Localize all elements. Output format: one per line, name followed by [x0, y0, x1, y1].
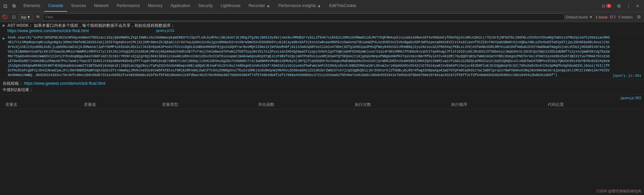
- col-location: 代码位置: [545, 101, 641, 109]
- online-stack-label: 在线程栈：: [3, 81, 23, 86]
- search-result-text: 中搜到2条结果：: [3, 87, 641, 93]
- log-button[interactable]: ⊡: [10, 13, 17, 21]
- more-button[interactable]: ⋮: [625, 3, 633, 9]
- tab-memory[interactable]: Memory: [144, 0, 166, 12]
- ast-hook-text: 如果本窗口内有多个线程，每个线程栈的数据不会共享，初始化线程栈数据库；: [34, 23, 175, 28]
- col-execorder: 执行顺序: [448, 101, 545, 109]
- code-line-ref[interactable]: jquery.js:301: [610, 74, 641, 78]
- more-icon: ⋮: [627, 4, 631, 8]
- default-levels-dropdown[interactable]: Default levels ▼: [566, 15, 593, 19]
- filter-settings-icon[interactable]: ⚙: [635, 13, 643, 21]
- vars-table-ref[interactable]: jquery.js:302: [621, 96, 641, 100]
- top-dropdown-icon: ▼: [27, 15, 31, 19]
- tab-network[interactable]: Network: [90, 0, 113, 12]
- hidden-badge: 5 hidden: [619, 15, 633, 19]
- notification-badge: 1: [606, 4, 611, 8]
- col-varvalue: 变量值: [81, 101, 160, 109]
- filter-bar: 🚫 ⊡ top ▼ 👁 Default levels ▼ 1 Issue: ⊡ …: [0, 12, 644, 22]
- eye-filter-button[interactable]: 👁: [34, 13, 42, 21]
- tab-sources[interactable]: Sources: [67, 0, 90, 12]
- tab-elements[interactable]: Elements: [19, 0, 44, 12]
- tab-recorder[interactable]: Recorder ▲: [245, 0, 274, 12]
- col-varname: 变量名: [3, 101, 81, 109]
- tab-performance[interactable]: Performance: [113, 0, 144, 12]
- toolbar-right-actions: ⊡ 1 ⚙ ⋮ ✕: [600, 3, 643, 9]
- online-stack-section: 在线程栈： https://www.geetest.com/demo/click…: [0, 79, 644, 94]
- vars-table-section: jquery.js:302 变量名 变量值 变量类型 所在函数 执行次数 执行顺…: [0, 94, 644, 112]
- settings-button[interactable]: ⚙: [615, 3, 623, 9]
- tab-lighthouse[interactable]: Lighthouse: [217, 0, 245, 12]
- filter-input[interactable]: [43, 13, 565, 21]
- clear-console-button[interactable]: 🚫: [1, 13, 9, 21]
- ast-hook-ref[interactable]: jquery.js:51: [156, 28, 174, 32]
- tab-editthiscookie[interactable]: EditThisCookie: [325, 0, 360, 12]
- ast-hook-link[interactable]: https://www.geetest.com/demo/click-float…: [7, 28, 89, 33]
- inspect-icon[interactable]: ⊡: [1, 2, 9, 10]
- devtools-toolbar: ⊡ ⧉ Elements Console Sources Network Per…: [0, 0, 644, 12]
- close-button[interactable]: ✕: [634, 3, 641, 9]
- code-text: hook.search("evPUr305SP8bJNlScHPOqyeU0Ws…: [8, 36, 610, 78]
- ast-hook-line: ▶ AST HOOK： 如果本窗口内有多个线程，每个线程栈的数据不会共享，初始化…: [0, 22, 644, 34]
- code-line-arrow-icon: ▶: [3, 36, 5, 41]
- settings-icon: ⚙: [617, 3, 621, 9]
- tab-application[interactable]: Application: [166, 0, 194, 12]
- col-execcount: 执行次数: [352, 101, 448, 109]
- devtools-tabs: Elements Console Sources Network Perform…: [19, 0, 360, 12]
- watermark: CSDN @爱吃辣椒的锅包肉: [597, 189, 641, 194]
- notification-button[interactable]: ⊡ 1: [600, 3, 613, 9]
- device-toggle-icon[interactable]: ⧉: [10, 2, 18, 10]
- top-selector[interactable]: top ▼: [19, 14, 33, 20]
- col-vartype: 变量类型: [159, 101, 256, 109]
- online-stack-link[interactable]: https://www.geetest.com/demo/click-float…: [24, 81, 105, 86]
- tab-console[interactable]: Console: [44, 0, 67, 12]
- toolbar-icons: ⊡ ⧉: [1, 2, 18, 10]
- table-row: [3, 109, 641, 111]
- vars-table: 变量名 变量值 变量类型 所在函数 执行次数 执行顺序 代码位置: [3, 101, 641, 111]
- filter-right-actions: Default levels ▼ 1 Issue: ⊡ 1 5 hidden ⚙: [566, 13, 643, 21]
- col-function: 所在函数: [256, 101, 352, 109]
- ast-arrow-icon: ▶: [3, 23, 5, 27]
- tab-security[interactable]: Security: [194, 0, 217, 12]
- tab-performance-insights[interactable]: Performance insights ▲: [274, 0, 325, 12]
- ast-hook-prefix: AST HOOK：: [7, 23, 33, 28]
- issue-badge[interactable]: 1 Issue: ⊡ 1: [595, 15, 616, 19]
- console-output: ▶ AST HOOK： 如果本窗口内有多个线程，每个线程栈的数据不会共享，初始化…: [0, 22, 644, 195]
- close-icon: ✕: [636, 4, 639, 8]
- code-line: ▶ hook.search("evPUr305SP8bJNlScHPOqyeU0…: [0, 34, 644, 79]
